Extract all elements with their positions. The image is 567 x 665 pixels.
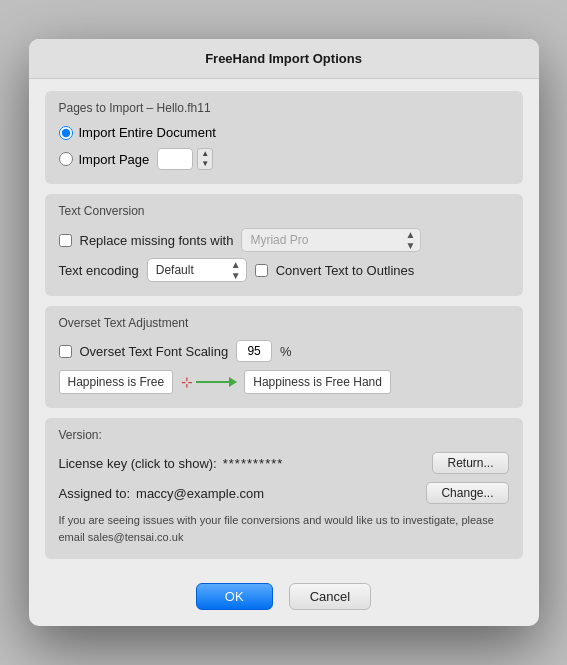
replace-fonts-label: Replace missing fonts with xyxy=(80,233,234,248)
spinner-up-btn[interactable]: ▲ xyxy=(198,149,212,159)
move-icon: ⊹ xyxy=(181,374,193,390)
convert-outlines-checkbox[interactable] xyxy=(255,264,268,277)
overset-label: Overset Text Font Scaling xyxy=(80,344,229,359)
change-button[interactable]: Change... xyxy=(426,482,508,504)
page-number-spinner: 1 ▲ ▼ xyxy=(157,148,213,170)
replace-fonts-row: Replace missing fonts with Myriad Pro ▲▼ xyxy=(59,228,509,252)
pages-section-title: Pages to Import – Hello.fh11 xyxy=(59,101,509,115)
license-value[interactable]: ********** xyxy=(223,456,284,471)
import-entire-label[interactable]: Import Entire Document xyxy=(59,125,509,140)
percent-symbol: % xyxy=(280,344,292,359)
import-entire-radio[interactable] xyxy=(59,126,73,140)
import-entire-text: Import Entire Document xyxy=(79,125,216,140)
version-title: Version: xyxy=(59,428,509,442)
return-button[interactable]: Return... xyxy=(432,452,508,474)
import-page-text: Import Page xyxy=(79,152,150,167)
text-encoding-label: Text encoding xyxy=(59,263,139,278)
import-page-radio[interactable] xyxy=(59,152,73,166)
page-number-input[interactable]: 1 xyxy=(157,148,193,170)
arrow-line xyxy=(196,381,236,383)
spinner-down-btn[interactable]: ▼ xyxy=(198,159,212,169)
cancel-button[interactable]: Cancel xyxy=(289,583,371,610)
info-text: If you are seeing issues with your file … xyxy=(59,512,509,545)
preview-left: Happiness is Free xyxy=(59,370,174,394)
overset-preview-row: Happiness is Free ⊹ Happiness is Free Ha… xyxy=(59,370,509,394)
dialog-title: FreeHand Import Options xyxy=(29,39,539,79)
overset-percent-input[interactable]: 95 xyxy=(236,340,272,362)
assigned-value: maccy@example.com xyxy=(136,486,264,501)
version-section: Version: License key (click to show): **… xyxy=(45,418,523,559)
replace-fonts-checkbox[interactable] xyxy=(59,234,72,247)
text-conversion-section: Text Conversion Replace missing fonts wi… xyxy=(45,194,523,296)
license-label: License key (click to show): xyxy=(59,456,217,471)
overset-checkbox[interactable] xyxy=(59,345,72,358)
encoding-select[interactable]: Default UTF-8 Latin-1 MacRoman xyxy=(147,258,247,282)
font-select-wrap: Myriad Pro ▲▼ xyxy=(241,228,421,252)
text-conversion-title: Text Conversion xyxy=(59,204,509,218)
font-select[interactable]: Myriad Pro xyxy=(241,228,421,252)
import-page-row: Import Page 1 ▲ ▼ xyxy=(59,148,509,170)
assigned-row: Assigned to: maccy@example.com Change... xyxy=(59,482,509,504)
preview-right: Happiness is Free Hand xyxy=(244,370,391,394)
import-radio-group: Import Entire Document Import Page 1 ▲ ▼ xyxy=(59,125,509,170)
freehand-import-dialog: FreeHand Import Options Pages to Import … xyxy=(29,39,539,626)
overset-title: Overset Text Adjustment xyxy=(59,316,509,330)
assigned-label: Assigned to: xyxy=(59,486,131,501)
pages-section: Pages to Import – Hello.fh11 Import Enti… xyxy=(45,91,523,184)
text-encoding-row: Text encoding Default UTF-8 Latin-1 MacR… xyxy=(59,258,509,282)
dialog-buttons: OK Cancel xyxy=(29,575,539,626)
overset-scaling-row: Overset Text Font Scaling 95 % xyxy=(59,340,509,362)
spinner-buttons: ▲ ▼ xyxy=(197,148,213,170)
dialog-body: Pages to Import – Hello.fh11 Import Enti… xyxy=(29,79,539,575)
overset-section: Overset Text Adjustment Overset Text Fon… xyxy=(45,306,523,408)
ok-button[interactable]: OK xyxy=(196,583,273,610)
import-page-label[interactable]: Import Page xyxy=(59,152,150,167)
arrow-area: ⊹ xyxy=(181,374,236,390)
encoding-select-wrap: Default UTF-8 Latin-1 MacRoman ▲▼ xyxy=(147,258,247,282)
convert-outlines-label: Convert Text to Outlines xyxy=(276,263,415,278)
license-row: License key (click to show): ********** … xyxy=(59,452,509,474)
